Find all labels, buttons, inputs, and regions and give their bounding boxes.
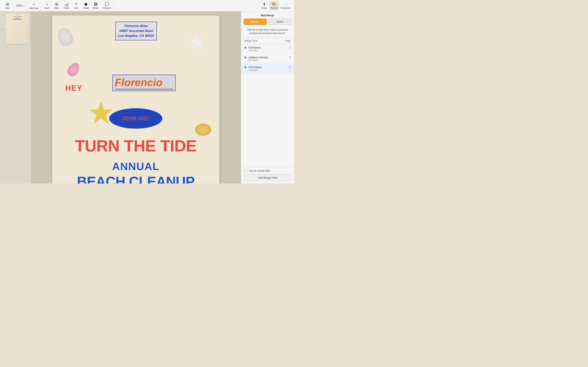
mail-merge-panel: Mail Merge Merge... Done Add the merge f… [241, 11, 294, 184]
merge-field-header: Merge Field Page [241, 38, 294, 44]
comment-label: Comment [102, 7, 111, 9]
share-button[interactable]: ⬆ Share [259, 1, 269, 10]
shell-decoration-pink [66, 61, 81, 78]
format-button[interactable]: 🎨 Format [269, 1, 279, 10]
panel-action-buttons: Merge... Done [241, 18, 294, 27]
add-page-icon: ＋ [32, 2, 36, 7]
field-page: 1 [289, 46, 291, 49]
page-1-thumb-wrapper: 1 HEY TURN THE TIDE ANNUAL BEACH CLEANUP [6, 14, 29, 44]
first-name-underline [115, 89, 173, 90]
share-icon: ⬆ [263, 2, 266, 7]
field-source: Recipient [249, 59, 287, 61]
merge-field-list: Full Name Recipient 1 Address (Home) Rec… [241, 44, 294, 167]
field-dot [244, 66, 246, 68]
beach-cleanup-text: BEACH CLEANUP [52, 174, 219, 184]
shell-decoration-topleft [56, 26, 75, 48]
main-area: 1 HEY TURN THE TIDE ANNUAL BEACH CLEANUP [0, 11, 294, 184]
address-line3: Los Angeles, CA 90016 [118, 33, 154, 38]
field-dot [244, 57, 246, 58]
merge-field-item[interactable]: Address (Home) Recipient 1 [241, 54, 294, 64]
shape-label: Shape [83, 7, 89, 9]
shape-button[interactable]: ⬟ Shape [81, 1, 91, 10]
field-info: Address (Home) Recipient [249, 56, 287, 61]
done-button[interactable]: Done [268, 18, 292, 25]
field-name: Address (Home) [249, 56, 287, 59]
document-label: Document [281, 7, 290, 9]
page-1-thumbnail[interactable]: HEY TURN THE TIDE ANNUAL BEACH CLEANUP [6, 14, 29, 44]
add-page-label: Add Page [29, 7, 38, 9]
sender-field-checkbox[interactable] [244, 169, 247, 172]
field-source: Recipient [249, 69, 287, 71]
shell-decoration-bottomright [195, 124, 211, 136]
text-label: Text [74, 7, 78, 9]
turn-tide-text: TURN THE TIDE [52, 138, 219, 154]
sender-field-label: Use as sender field [249, 169, 270, 172]
panel-footer: Use as sender field Add Merge Field [241, 167, 294, 184]
format-icon: 🎨 [272, 2, 276, 7]
merge-button[interactable]: Merge... [243, 18, 267, 25]
annual-text: ANNUAL [52, 160, 219, 173]
insert-label: Insert [44, 7, 49, 9]
field-source: Recipient [249, 49, 287, 52]
canvas-area[interactable]: Florencio Alma 14557 Anystreet Road Los … [31, 11, 241, 184]
comment-button[interactable]: 💬 Comment [101, 1, 113, 10]
format-label: Format [271, 7, 277, 9]
thumb-inner: HEY TURN THE TIDE ANNUAL BEACH CLEANUP [6, 14, 29, 44]
table-button[interactable]: ⊞ Table [52, 1, 61, 10]
zoom-button[interactable]: 150% ▾ [14, 3, 26, 8]
merge-field-item[interactable]: First Name Recipient 1 [241, 64, 294, 73]
chart-button[interactable]: 📊 Chart [61, 1, 71, 10]
page-number-label: 1 [2, 28, 3, 30]
insert-icon: ⤵ [46, 2, 48, 7]
add-merge-field-button[interactable]: Add Merge Field [244, 174, 291, 181]
sender-field-checkbox-row: Use as sender field [244, 169, 291, 172]
zoom-value: 150% [16, 4, 22, 7]
zoom-chevron-icon: ▾ [23, 4, 24, 7]
view-icon: ⊞ [6, 2, 9, 7]
shape-icon: ⬟ [84, 2, 87, 7]
panel-title: Mail Merge [241, 11, 294, 18]
chart-icon: 📊 [64, 2, 69, 7]
thumb-turn-tide: TURN THE TIDE [13, 16, 22, 17]
address-line1: Florencio Alma [118, 24, 154, 29]
svg-marker-1 [90, 102, 112, 123]
thumb-content: HEY TURN THE TIDE ANNUAL BEACH CLEANUP [6, 14, 29, 44]
field-name: Full Name [249, 46, 287, 49]
field-name: First Name [249, 66, 287, 69]
table-icon: ⊞ [55, 2, 58, 7]
hey-text: HEY [65, 84, 82, 92]
text-icon: T [75, 2, 77, 7]
media-icon: 🖼 [94, 2, 98, 7]
page-thumbnail-sidebar: 1 HEY TURN THE TIDE ANNUAL BEACH CLEANUP [0, 11, 31, 184]
address-merge-box[interactable]: Florencio Alma 14557 Anystreet Road Los … [115, 22, 157, 40]
header-page-label: Page [285, 39, 291, 42]
table-label: Table [54, 7, 59, 9]
first-name-merge-box[interactable]: Florencio [112, 75, 176, 91]
view-label: View [5, 7, 9, 9]
first-name-text: Florencio [115, 76, 173, 89]
join-us-text: JOIN US! [122, 115, 149, 122]
document-button[interactable]: 📄 Document [279, 1, 292, 10]
starfish-decoration-topright [187, 32, 207, 52]
document-page: Florencio Alma 14557 Anystreet Road Los … [52, 16, 219, 184]
add-page-button[interactable]: ＋ Add Page [28, 1, 40, 10]
join-us-oval: JOIN US! [109, 108, 162, 129]
field-page: 1 [289, 66, 291, 69]
svg-marker-0 [188, 33, 206, 50]
share-label: Share [261, 7, 267, 9]
insert-button[interactable]: ⤵ Insert [42, 1, 52, 10]
chart-label: Chart [64, 7, 69, 9]
starfish-decoration-yellow [89, 101, 113, 125]
header-field-label: Merge Field [244, 39, 257, 42]
field-info: Full Name Recipient [249, 46, 287, 52]
field-info: First Name Recipient [249, 66, 287, 71]
view-button[interactable]: ⊞ View [2, 1, 12, 10]
panel-description: Add the merge fields used to populate mu… [241, 27, 294, 38]
field-page: 1 [289, 56, 291, 59]
document-icon: 📄 [283, 2, 287, 7]
address-line2: 14557 Anystreet Road [118, 29, 154, 33]
media-button[interactable]: 🖼 Media [91, 1, 101, 10]
text-button[interactable]: T Text [71, 1, 81, 10]
media-label: Media [93, 7, 99, 9]
merge-field-item[interactable]: Full Name Recipient 1 [241, 44, 294, 54]
